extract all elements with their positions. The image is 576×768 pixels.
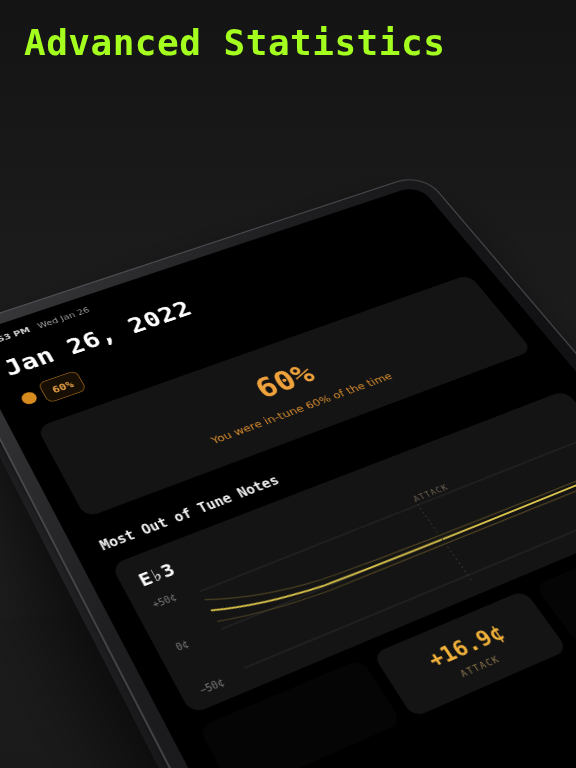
tablet-device: 7:53 PM Wed Jan 26 Jan 26, 2022 60% 60% …: [0, 173, 576, 768]
y-tick-top: +50¢: [151, 585, 197, 610]
svg-line-3: [415, 500, 472, 580]
accuracy-chip-value: 60%: [50, 378, 76, 395]
chart-y-axis: +50¢ 0¢ −50¢: [151, 585, 246, 697]
y-tick-bot: −50¢: [198, 669, 246, 696]
hero-title: Advanced Statistics: [24, 22, 445, 63]
y-tick-mid: 0¢: [174, 626, 221, 652]
svg-line-0: [200, 439, 576, 591]
tablet-screen: 7:53 PM Wed Jan 26 Jan 26, 2022 60% 60% …: [0, 185, 576, 768]
